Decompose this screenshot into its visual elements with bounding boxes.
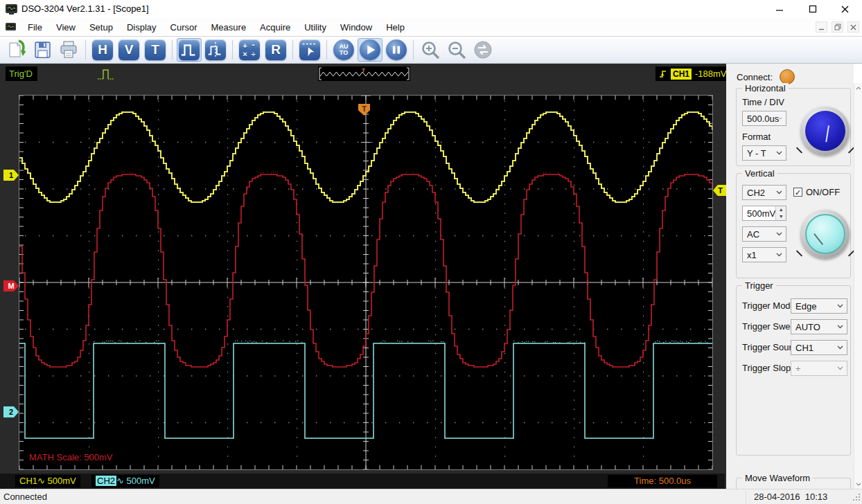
toolbar: HVT+-×÷RAUTO: [0, 37, 862, 64]
pause-button[interactable]: [384, 38, 409, 62]
trigger-slope-select[interactable]: +: [791, 361, 847, 376]
vertical-group-title: Vertical: [742, 168, 777, 179]
time-div-value: 500.0us: [747, 114, 779, 124]
format-select[interactable]: Y - T: [742, 145, 786, 161]
mdi-minimize-button[interactable]: [816, 21, 827, 33]
math-position-marker[interactable]: M: [3, 280, 19, 291]
print-button[interactable]: [56, 38, 81, 62]
trigger-select-value: Edge: [795, 301, 816, 312]
menu-measure[interactable]: Measure: [204, 19, 254, 35]
scroll-down-icon[interactable]: [854, 479, 862, 489]
pulse-width-trigger-button[interactable]: [177, 38, 202, 62]
channel-onoff[interactable]: ✓ ON/OFF: [793, 187, 840, 197]
waveform-canvas: [19, 96, 712, 469]
trigger-panel-button[interactable]: T: [143, 38, 168, 62]
trigger-level-marker[interactable]: T: [713, 185, 728, 196]
trigger-source-select[interactable]: CH1: [791, 340, 847, 355]
application-window: DSO-3204 Ver2.1.31 - [Scope1] FileViewSe…: [0, 0, 862, 504]
time-div-label: Time / DIV: [742, 97, 784, 107]
horizontal-group: Horizontal Time / DIV 500.0us Format Y -…: [736, 88, 851, 166]
zoom-in-button[interactable]: [418, 38, 443, 62]
save-button[interactable]: [30, 38, 55, 62]
mdi-close-button[interactable]: [847, 21, 859, 33]
trigger-mode-select[interactable]: Edge: [791, 298, 847, 314]
spin-down-icon[interactable]: ▼: [776, 213, 786, 220]
toolbar-separator: [326, 40, 327, 60]
math-function-button[interactable]: +-×÷: [237, 38, 262, 62]
cursor-measure-icon: [299, 39, 320, 60]
horizontal-knob[interactable]: [801, 107, 850, 155]
spinner-buttons: ▲▼: [775, 206, 786, 220]
pause-icon: [386, 39, 407, 60]
run-button[interactable]: [358, 38, 382, 62]
scroll-up-icon[interactable]: [854, 83, 862, 93]
chevron-down-icon: [776, 253, 782, 257]
volts-div-spinner[interactable]: 500mV ▲▼: [742, 206, 786, 221]
transfer-button[interactable]: [470, 38, 495, 62]
chevron-down-icon: [837, 304, 843, 308]
mdi-restore-icon: [834, 24, 841, 30]
vertical-knob[interactable]: [801, 210, 850, 258]
svg-text:÷: ÷: [252, 50, 256, 58]
trigger-row-label: Trigger Mode: [742, 300, 795, 311]
window-title: DSO-3204 Ver2.1.31 - [Scope1]: [21, 3, 149, 14]
format-value: Y - T: [747, 148, 766, 159]
toolbar-separator: [292, 40, 293, 60]
connect-status: Connect:: [737, 69, 795, 84]
onoff-label: ON/OFF: [806, 187, 840, 197]
ch2-scale-readout[interactable]: CH2∿ 500mV: [91, 475, 159, 487]
ch1-name: CH1: [19, 476, 37, 486]
menu-bar: FileViewSetupDisplayCursorMeasureAcquire…: [0, 18, 862, 37]
probe-select[interactable]: x1: [742, 247, 786, 262]
trigger-group: Trigger Trigger ModeEdgeTrigger SweepAUT…: [736, 285, 851, 456]
acquisition-preview[interactable]: T: [318, 66, 410, 81]
menu-utility[interactable]: Utility: [297, 19, 333, 35]
trigger-select-value: +: [795, 363, 801, 374]
menu-display[interactable]: Display: [120, 19, 164, 35]
pulse-measure-button[interactable]: [203, 38, 228, 62]
load-data-button[interactable]: [3, 38, 28, 62]
maximize-button[interactable]: [801, 0, 825, 18]
vertical-channel-select[interactable]: CH2: [742, 185, 786, 200]
cursor-measure-button[interactable]: [297, 38, 322, 62]
trigger-select-value: AUTO: [795, 322, 820, 332]
menu-acquire[interactable]: Acquire: [253, 19, 297, 35]
coupling-value: AC: [747, 229, 759, 240]
pulse-width-trigger-icon: [179, 39, 200, 60]
vertical-panel-button[interactable]: V: [116, 38, 141, 62]
chevron-down-icon: [837, 366, 843, 370]
scope-display-area: Trig'D T CH1 -188mV MATH Scale:: [0, 64, 726, 489]
ch1-scale-readout[interactable]: CH1∿ 500mV: [15, 475, 80, 487]
mdi-restore-button[interactable]: [832, 21, 843, 33]
ref-waveform-button[interactable]: R: [263, 38, 288, 62]
horizontal-panel-icon: H: [92, 39, 113, 60]
vertical-panel-icon: V: [118, 39, 139, 60]
chevron-down-icon: [776, 232, 782, 236]
trigger-group-title: Trigger: [742, 280, 776, 291]
menu-setup[interactable]: Setup: [82, 19, 120, 35]
spin-up-icon[interactable]: ▲: [776, 206, 786, 213]
menu-window[interactable]: Window: [333, 19, 379, 35]
onoff-checkbox[interactable]: ✓: [793, 188, 802, 197]
svg-text:×: ×: [243, 50, 247, 58]
coupling-select[interactable]: AC: [742, 226, 786, 242]
horizontal-panel-button[interactable]: H: [90, 38, 115, 62]
menu-file[interactable]: File: [21, 19, 49, 35]
autoset-button[interactable]: AUTO: [331, 38, 356, 62]
datetime-text: 28-04-2016 10:13: [754, 492, 827, 502]
menu-view[interactable]: View: [49, 19, 82, 35]
trigger-sweep-select[interactable]: AUTO: [791, 319, 847, 334]
panel-scrollbar[interactable]: [854, 83, 862, 489]
ch2-position-marker[interactable]: 2: [3, 406, 19, 417]
menu-cursor[interactable]: Cursor: [164, 19, 204, 35]
close-button[interactable]: [833, 0, 856, 18]
time-div-select[interactable]: 500.0us: [742, 111, 786, 126]
zoom-out-button[interactable]: [444, 38, 469, 62]
connect-indicator-light[interactable]: [780, 69, 795, 84]
minimize-button[interactable]: [768, 0, 791, 18]
ch1-position-marker[interactable]: 1: [3, 170, 19, 181]
menu-help[interactable]: Help: [379, 19, 412, 35]
resize-grip[interactable]: [853, 494, 861, 501]
ch1-scale-value: 500mV: [48, 476, 76, 486]
math-scale-label: MATH Scale: 500mV: [29, 452, 112, 462]
